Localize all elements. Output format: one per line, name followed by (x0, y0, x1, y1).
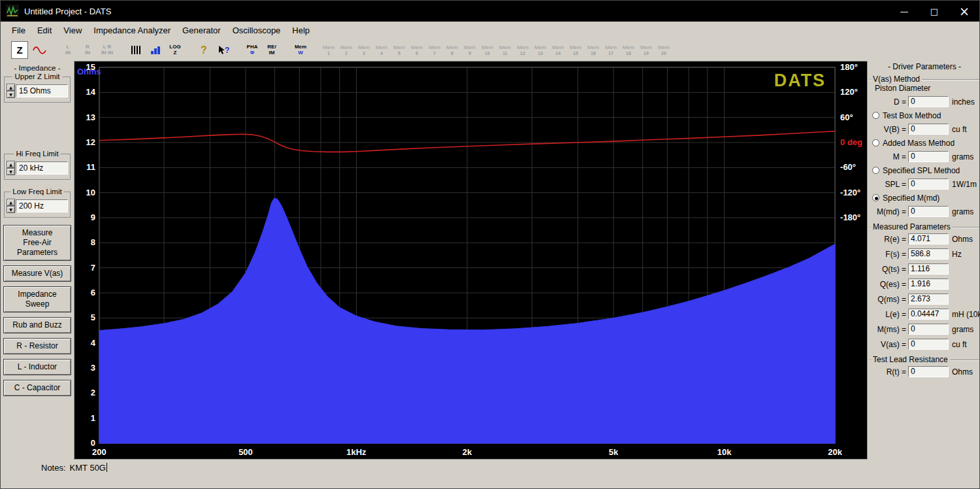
added-mass-m-input[interactable]: 0 (908, 151, 949, 162)
frequency-bars-button[interactable] (127, 41, 144, 59)
vas-row: V(as) =0cu ft (870, 337, 979, 352)
vas-input[interactable]: 0 (908, 339, 949, 350)
impedance-chart[interactable]: 0123456789101112131415180°120°60°0 deg-6… (74, 61, 868, 460)
specified-mmd-radio[interactable] (872, 194, 879, 201)
spl-input[interactable]: 0 (908, 178, 949, 190)
close-button[interactable]: × (949, 1, 979, 22)
titlebar: Untitled Project - DATS — □ × (1, 1, 979, 22)
fs-input[interactable]: 586.8 (908, 248, 949, 260)
memory-slot-8-button[interactable]: Mem8 (444, 41, 460, 59)
log-z-button[interactable]: LOG Z (167, 41, 184, 59)
measure-free-air-parameters-button[interactable]: Measure Free-Air Parameters (3, 225, 71, 261)
mms-unit: grams (952, 325, 973, 334)
rt-input[interactable]: 0 (908, 366, 949, 377)
svg-text:-180°: -180° (840, 212, 860, 222)
hi-freq-limit-value[interactable]: 20 kHz (16, 161, 68, 175)
memory-slot-9-button[interactable]: Mem9 (462, 41, 478, 59)
c-capacitor-button[interactable]: C - Capacitor (3, 380, 71, 396)
memory-slot-10-button[interactable]: Mem10 (480, 41, 495, 59)
menu-impedance-analyzer[interactable]: Impedance Analyzer (88, 22, 176, 39)
memory-slot-13-button[interactable]: Mem13 (532, 41, 548, 59)
memory-slot-6-button[interactable]: Mem6 (409, 41, 425, 59)
memory-slot-15-button[interactable]: Mem15 (568, 41, 583, 59)
right-input-button[interactable]: R IN (79, 41, 96, 59)
driver-parameters-panel: - Driver Parameters - V(as) MethodPiston… (870, 61, 979, 483)
menu-oscilloscope[interactable]: Oscilloscope (227, 22, 287, 39)
added-mass-method-radio[interactable] (872, 139, 879, 146)
upper-z-limit-value[interactable]: 15 Ohms (16, 84, 68, 97)
qes-input[interactable]: 1.916 (908, 278, 949, 290)
qts-input[interactable]: 1.116 (908, 263, 949, 275)
hi-freq-up-button[interactable]: ▲ (7, 161, 15, 168)
memory-slot-11-button[interactable]: Mem11 (497, 41, 513, 59)
vas-unit: cu ft (952, 340, 967, 349)
impedance-sweep-button[interactable]: Impedance Sweep (3, 286, 71, 312)
menu-file[interactable]: File (6, 22, 31, 39)
memory-slot-20-button[interactable]: Mem20 (656, 41, 672, 59)
svg-text:5: 5 (91, 312, 95, 322)
menu-help[interactable]: Help (286, 22, 316, 39)
svg-text:10k: 10k (717, 447, 732, 457)
menu-generator[interactable]: Generator (176, 22, 227, 39)
memory-slot-buttons: Mem1Mem2Mem3Mem4Mem5Mem6Mem7Mem8Mem9Mem1… (321, 41, 672, 59)
impedance-z-button[interactable]: Z (11, 41, 28, 59)
memory-slot-3-button[interactable]: Mem3 (356, 41, 372, 59)
upper-z-down-button[interactable]: ▼ (7, 91, 15, 98)
memory-slot-7-button[interactable]: Mem7 (427, 41, 442, 59)
maximize-button[interactable]: □ (919, 1, 949, 22)
stereo-input-label: L R (103, 44, 112, 50)
menu-edit[interactable]: Edit (31, 22, 57, 39)
notes-input[interactable]: KMT 50G (70, 463, 106, 473)
le-input[interactable]: 0.04447 (908, 309, 949, 320)
low-freq-up-button[interactable]: ▲ (7, 199, 15, 206)
svg-text:1: 1 (91, 413, 95, 423)
hi-freq-down-button[interactable]: ▼ (7, 168, 15, 175)
vb-input[interactable]: 0 (908, 124, 949, 135)
memory-slot-5-button[interactable]: Mem5 (391, 41, 407, 59)
l-inductor-button[interactable]: L - Inductor (3, 359, 71, 375)
sine-generator-button[interactable] (31, 41, 48, 59)
level-bars-button[interactable] (147, 41, 164, 59)
low-freq-limit-value[interactable]: 200 Hz (16, 199, 68, 212)
memory-slot-17-button[interactable]: Mem17 (603, 41, 619, 59)
memory-slot-18-button[interactable]: Mem18 (621, 41, 636, 59)
rub-and-buzz-button[interactable]: Rub and Buzz (3, 317, 71, 333)
r-resistor-button[interactable]: R - Resistor (3, 338, 71, 354)
piston-diameter-d-input[interactable]: 0 (908, 96, 949, 107)
mms-input[interactable]: 0 (908, 324, 949, 335)
re-im-button[interactable]: RE/ IM (263, 41, 280, 59)
memory-slot-2-button[interactable]: Mem2 (338, 41, 354, 59)
svg-text:12: 12 (86, 137, 95, 147)
mms-field-label: M(ms) = (870, 325, 906, 334)
piston-diameter-label: Piston Diameter (875, 84, 979, 94)
menu-view[interactable]: View (57, 22, 88, 39)
notes-bar: Notes: KMT 50G (41, 461, 107, 474)
memory-slot-16-button[interactable]: Mem16 (585, 41, 601, 59)
test-box-method-radio[interactable] (872, 112, 879, 119)
memory-slot-12-button[interactable]: Mem12 (515, 41, 531, 59)
left-input-button[interactable]: L IN (59, 41, 76, 59)
qms-input[interactable]: 2.673 (908, 294, 949, 305)
re-input[interactable]: 4.071 (908, 233, 949, 244)
added-mass-method-radio-label: Added Mass Method (883, 139, 955, 148)
memory-slot-4-button[interactable]: Mem4 (374, 41, 389, 59)
stereo-input-button[interactable]: L R IN IN (99, 41, 116, 59)
low-freq-down-button[interactable]: ▼ (7, 206, 15, 213)
context-help-button[interactable]: ? (215, 41, 232, 59)
svg-text:60°: 60° (840, 112, 853, 122)
left-input-label: L (67, 44, 70, 50)
mmd-input[interactable]: 0 (908, 206, 949, 217)
memory-slot-14-button[interactable]: Mem14 (550, 41, 566, 59)
memory-slot-19-button[interactable]: Mem19 (638, 41, 654, 59)
help-button[interactable]: ? (195, 41, 212, 59)
rt-row: R(t) =0Ohms (870, 364, 979, 379)
upper-z-up-button[interactable]: ▲ (7, 84, 15, 91)
measure-vas-button[interactable]: Measure V(as) (3, 265, 71, 282)
memory-slot-1-button[interactable]: Mem1 (321, 41, 336, 59)
rt-field-label: R(t) = (870, 367, 906, 377)
minimize-button[interactable]: — (889, 1, 919, 22)
svg-text:3: 3 (91, 363, 95, 373)
phase-button[interactable]: PHA Φ (244, 41, 261, 59)
specified-spl-method-radio[interactable] (872, 167, 879, 174)
memory-write-button[interactable]: Mem W (292, 41, 309, 59)
